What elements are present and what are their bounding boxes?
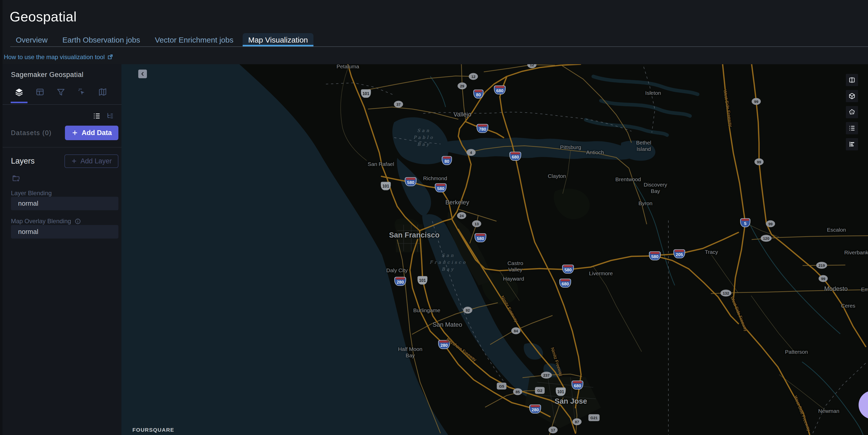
plus-icon <box>71 158 77 164</box>
map-controls <box>846 74 858 150</box>
add-layer-button[interactable]: Add Layer <box>64 154 118 168</box>
datasets-count-label: Datasets (0) <box>11 129 52 137</box>
polygon-icon[interactable] <box>846 106 858 118</box>
view-toggles <box>93 112 114 120</box>
chart-legend-icon[interactable] <box>846 138 858 150</box>
basemap-icon[interactable] <box>98 88 107 96</box>
geospatial-console: Geospatial OverviewEarth Observation job… <box>0 0 868 435</box>
sidebar: Sagemaker Geospatial Datasets (0) Add Da… <box>3 64 121 435</box>
layer-blending-label: Layer Blending <box>11 190 52 197</box>
map-attribution: FOURSQUARE <box>132 427 174 433</box>
tab-overview[interactable]: Overview <box>10 33 53 47</box>
info-icon[interactable] <box>74 218 81 225</box>
map-overlay-blending-select[interactable]: normal <box>11 225 118 238</box>
sidebar-collapse-button[interactable] <box>138 69 147 78</box>
cube-3d-icon[interactable] <box>846 90 858 102</box>
datasets-row: Datasets (0) Add Data <box>11 125 118 140</box>
tool-tabs <box>15 88 107 96</box>
filter-icon[interactable] <box>57 88 65 96</box>
tab-vector-enrichment-jobs[interactable]: Vector Enrichment jobs <box>149 33 239 47</box>
add-data-label: Add Data <box>82 129 112 137</box>
layer-blending-value: normal <box>18 200 38 207</box>
chevron-left-icon <box>140 71 145 77</box>
layer-blending-select[interactable]: normal <box>11 197 118 210</box>
add-data-button[interactable]: Add Data <box>65 126 118 140</box>
tab-divider <box>10 47 868 47</box>
map-canvas[interactable]: PetalumaVallejoSan RafaelRichmondBerkele… <box>121 64 868 435</box>
map-overlay-blending-value: normal <box>18 228 38 236</box>
page-title: Geospatial <box>10 9 76 25</box>
left-gutter <box>0 0 3 435</box>
help-link[interactable]: How to use the map visualization tool <box>4 54 113 61</box>
plus-icon <box>71 129 78 136</box>
tab-map-visualization[interactable]: Map Visualization <box>243 33 314 47</box>
help-link-label: How to use the map visualization tool <box>4 54 105 61</box>
interaction-icon[interactable] <box>78 88 86 96</box>
panels-icon[interactable] <box>36 88 44 96</box>
add-layer-label: Add Layer <box>81 157 112 165</box>
map-overlay-blending-label: Map Overlay Blending <box>11 218 81 225</box>
legend-list-icon[interactable] <box>846 122 858 134</box>
sidebar-divider <box>3 147 121 148</box>
basemap <box>121 64 868 435</box>
list-view-icon[interactable] <box>93 112 100 120</box>
tree-view-icon[interactable] <box>106 112 114 120</box>
tab-bar: OverviewEarth Observation jobsVector Enr… <box>10 33 313 47</box>
sidebar-title: Sagemaker Geospatial <box>11 71 84 79</box>
layers-row: Layers Add Layer <box>11 154 118 168</box>
tab-earth-observation-jobs[interactable]: Earth Observation jobs <box>57 33 146 47</box>
external-link-icon <box>107 54 113 60</box>
layers-icon[interactable] <box>15 88 24 96</box>
split-map-icon[interactable] <box>846 74 858 86</box>
tool-tabs-divider <box>3 104 121 105</box>
add-folder-icon[interactable] <box>12 174 20 182</box>
layers-title: Layers <box>11 156 35 166</box>
